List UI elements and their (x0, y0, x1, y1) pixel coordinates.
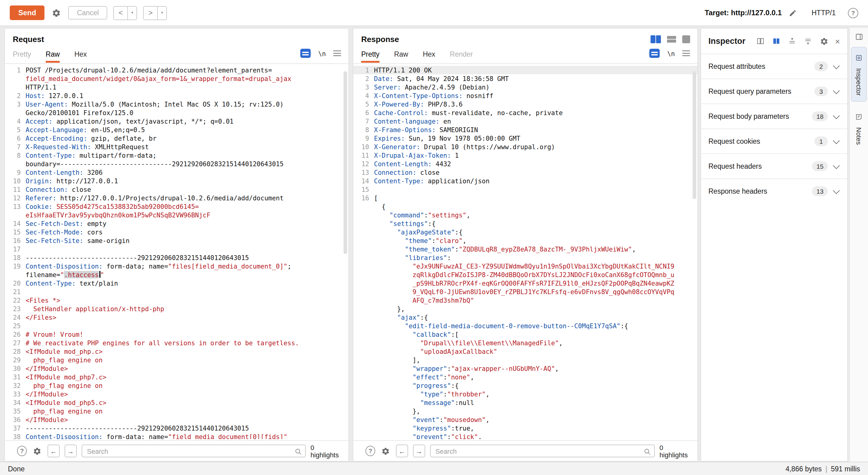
inspector-layout-columns-active-icon[interactable] (771, 36, 781, 46)
code-line[interactable]: _pS9HLbR7ROcrPX4f-eqKGrOQ00FAFYFsR7IFZL9… (353, 279, 698, 287)
inspector-row[interactable]: Request query parameters3 (701, 78, 847, 103)
code-line[interactable]: Gecko/20100101 Firefox/125.0 (5, 108, 348, 117)
code-line[interactable]: 13Cookie: SESS05d4275ca1538832b5ab92000b… (5, 202, 348, 211)
search-prev-button[interactable]: ← (48, 445, 60, 457)
code-line[interactable]: 35 php_flag engine on (5, 407, 348, 415)
code-line[interactable]: "event":"mousedown", (353, 415, 698, 424)
code-line[interactable]: 34<IfModule mod_php5.c> (5, 398, 348, 407)
search-next-button[interactable]: → (413, 445, 425, 457)
code-line[interactable]: 10Origin: http://127.0.0.1 (5, 177, 348, 185)
code-line[interactable]: 1HTTP/1.1 200 OK (353, 66, 698, 74)
chevron-down-icon[interactable] (833, 187, 840, 194)
request-search-input[interactable] (82, 445, 306, 457)
tab-pretty[interactable]: Pretty (13, 51, 31, 63)
code-line[interactable]: 2Date: Sat, 04 May 2024 18:36:58 GMT (353, 74, 698, 83)
code-line[interactable]: 15 (353, 185, 698, 194)
code-line[interactable]: 33</IfModule> (5, 390, 348, 398)
history-forward-button[interactable]: > (143, 6, 158, 20)
code-line[interactable]: 23 SetHandler application/x-httpd-php (5, 305, 348, 313)
code-line[interactable]: 9Content-Length: 3206 (5, 168, 348, 177)
code-line[interactable]: 9_VQqLf0-JjUEwn8U1ov0EY_rZPBLJ1Yc7KLFsfq… (353, 287, 698, 296)
side-tab-notes[interactable]: Notes (851, 107, 866, 151)
code-line[interactable]: "Drupal\\file\\Element\\ManagedFile", (353, 339, 698, 347)
edit-target-pencil-icon[interactable] (788, 8, 798, 18)
response-search-input[interactable] (430, 445, 655, 457)
search-settings-gear-icon[interactable] (380, 445, 391, 456)
code-line[interactable]: "theme":"claro", (353, 236, 698, 245)
tab-render[interactable]: Render (450, 51, 473, 63)
code-line[interactable]: ], (353, 356, 698, 364)
code-line[interactable]: 12Content-Length: 4432 (353, 160, 698, 168)
code-line[interactable]: 14Content-Type: application/json (353, 177, 698, 185)
search-help-icon[interactable]: ? (17, 446, 27, 456)
code-line[interactable]: HTTP/1.1 (5, 83, 348, 91)
code-line[interactable]: 7X-Requested-With: XMLHttpRequest (5, 142, 348, 151)
code-line[interactable]: 11Connection: close (5, 185, 348, 194)
code-line[interactable]: filename=".htaccess" (5, 271, 348, 279)
code-line[interactable]: "ajax":{ (353, 313, 698, 321)
code-line[interactable]: "type":"throbber", (353, 390, 698, 398)
code-line[interactable]: 30</IfModule> (5, 364, 348, 373)
request-scrollbar[interactable] (344, 71, 347, 254)
inspector-row[interactable]: Request body parameters18 (701, 103, 847, 128)
show-newlines-button[interactable]: \n (318, 50, 326, 57)
code-line[interactable]: eIsHfaaETVr3av95yvbqQhzn0kom1P5wPcNSqB2V… (5, 211, 348, 219)
code-line[interactable]: 37-----------------------------292129206… (5, 424, 348, 432)
editor-menu-icon[interactable] (333, 50, 341, 56)
code-line[interactable]: "ajaxPageState":{ (353, 228, 698, 236)
code-line[interactable]: "progress":{ (353, 381, 698, 390)
code-line[interactable]: 12Referer: http://127.0.0.1/Projects/dru… (5, 194, 348, 202)
send-button[interactable]: Send (10, 5, 45, 20)
code-line[interactable]: "eJx9UNFuwzAI_CE3-YZ9SUUIWdmw8Qyu1n19nSp… (353, 262, 698, 271)
tab-hex[interactable]: Hex (423, 51, 435, 63)
code-line[interactable]: 5Accept-Language: en-US,en;q=0.5 (5, 125, 348, 134)
tab-raw[interactable]: Raw (394, 51, 408, 63)
code-line[interactable]: 21 (5, 287, 348, 296)
help-icon[interactable]: ? (848, 8, 858, 18)
code-line[interactable]: boundary=-----------------------------29… (5, 160, 348, 168)
code-line[interactable]: 31<IfModule mod_php7.c> (5, 373, 348, 381)
code-line[interactable]: 36</IfModule> (5, 415, 348, 424)
code-line[interactable]: 32 php_flag engine on (5, 381, 348, 390)
code-line[interactable]: AFQ_c7md3shm7bQ" (353, 296, 698, 305)
inspector-row[interactable]: Request cookies1 (701, 128, 847, 154)
code-line[interactable]: 27# We reactivate PHP engines for all ve… (5, 339, 348, 347)
chevron-down-icon[interactable] (833, 162, 840, 169)
inspector-row[interactable]: Request headers15 (701, 154, 847, 179)
code-line[interactable]: 25 (5, 321, 348, 330)
code-line[interactable]: 22<Files *> (5, 296, 348, 305)
show-newlines-button[interactable]: \n (667, 50, 675, 57)
code-line[interactable]: 1POST /Projects/drupal-10.2.6/media/add/… (5, 66, 348, 74)
layout-rows-button[interactable] (667, 36, 676, 43)
code-line[interactable]: }, (353, 407, 698, 415)
code-line[interactable]: 38Content-Disposition: form-data; name="… (5, 432, 348, 439)
code-line[interactable]: 15Sec-Fetch-Mode: cors (5, 228, 348, 236)
code-line[interactable]: "keypress":true, (353, 424, 698, 432)
code-line[interactable]: 11X-Drupal-Ajax-Token: 1 (353, 151, 698, 160)
search-help-icon[interactable]: ? (366, 446, 375, 456)
code-line[interactable]: 10X-Generator: Drupal 10 (https://www.dr… (353, 142, 698, 151)
code-line[interactable]: 24</Files> (5, 313, 348, 321)
code-line[interactable]: 14Sec-Fetch-Dest: empty (5, 219, 348, 228)
code-line[interactable]: "command":"settings", (353, 211, 698, 219)
code-line[interactable]: "prevent":"click", (353, 432, 698, 439)
code-line[interactable]: 4Accept: application/json, text/javascri… (5, 117, 348, 125)
search-settings-gear-icon[interactable] (32, 445, 43, 456)
code-line[interactable]: 6Accept-Encoding: gzip, deflate, br (5, 134, 348, 142)
code-line[interactable]: 5X-Powered-By: PHP/8.3.6 (353, 100, 698, 108)
request-editor[interactable]: 1POST /Projects/drupal-10.2.6/media/add/… (5, 63, 348, 439)
code-line[interactable]: "wrapper":"ajax-wrapper--nUGbUMnY-AQ", (353, 364, 698, 373)
code-line[interactable]: 17 (5, 245, 348, 253)
code-line[interactable]: 20Content-Type: text/plain (5, 279, 348, 287)
code-line[interactable]: 18-----------------------------292129206… (5, 253, 348, 262)
code-line[interactable]: 26# Vroum! Vroum! (5, 330, 348, 339)
code-line[interactable]: 3Server: Apache/2.4.59 (Debian) (353, 83, 698, 91)
code-line[interactable]: 6Cache-Control: must-revalidate, no-cach… (353, 108, 698, 117)
code-line[interactable]: 29 php_flag engine on (5, 356, 348, 364)
inspector-row[interactable]: Response headers13 (701, 179, 847, 203)
code-line[interactable]: zqRlkgDdlcFWZoISJP8-ZM40dBBQoOrbX7DYsLJ2… (353, 271, 698, 279)
response-viewer[interactable]: 1HTTP/1.1 200 OK2Date: Sat, 04 May 2024 … (353, 63, 698, 439)
side-tab-inspector[interactable]: Inspector (851, 47, 867, 102)
tab-hex[interactable]: Hex (74, 51, 87, 63)
tab-pretty[interactable]: Pretty (361, 51, 379, 63)
